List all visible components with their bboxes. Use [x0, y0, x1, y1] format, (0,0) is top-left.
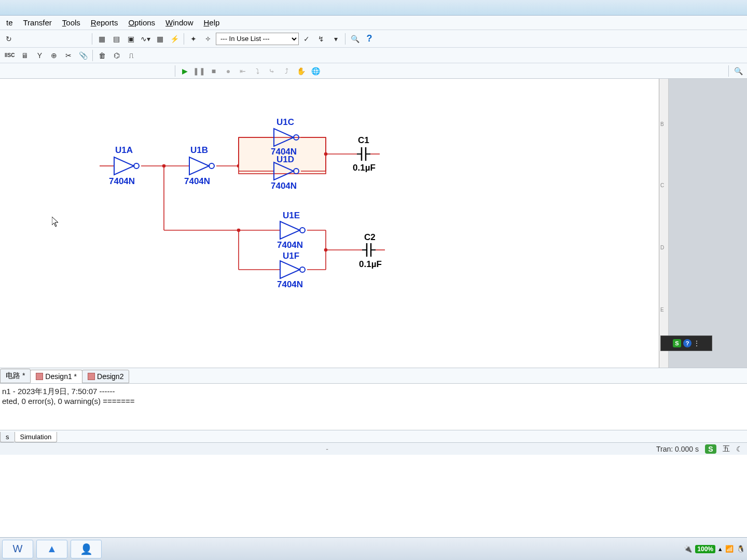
lightning-button[interactable]: ⚡: [168, 32, 181, 46]
capacitor-c1[interactable]: [357, 145, 370, 163]
db-button[interactable]: ▣: [124, 32, 137, 46]
ruler-mark-c: C: [660, 183, 664, 188]
gate-button[interactable]: ⊕: [47, 49, 61, 62]
help-button[interactable]: ?: [363, 32, 376, 46]
svg-marker-37: [280, 261, 300, 278]
ref-u1a[interactable]: U1A: [115, 145, 133, 156]
part-u1b[interactable]: 7404N: [184, 176, 210, 187]
toolbar-separator: [184, 33, 184, 45]
task-chat[interactable]: 👤: [71, 540, 102, 558]
redo-button[interactable]: ↻: [2, 32, 16, 46]
paperclip-button[interactable]: 📎: [76, 49, 90, 62]
zoom-controls: 🔍: [727, 64, 745, 78]
gate-u1b[interactable]: [189, 157, 218, 175]
taskbar: W ▲ 👤 🔌 100% ▴ 📶 🐧: [0, 537, 747, 560]
value-c1[interactable]: 0.1µF: [353, 163, 376, 173]
toolbar-row-3: ▶ ❚❚ ■ ● ⇤ ⤵ ⤷ ⤴ ✋ 🌐 🔍: [0, 63, 747, 79]
part-u1a[interactable]: 7404N: [109, 176, 135, 187]
ref-u1e[interactable]: U1E: [283, 211, 300, 221]
task-word[interactable]: W: [2, 540, 33, 558]
gate-u1d[interactable]: [274, 162, 302, 180]
ime-floating-widget[interactable]: S ? ⋮: [660, 335, 712, 351]
swap-button[interactable]: ↯: [314, 32, 328, 46]
gate-u1c[interactable]: [274, 129, 302, 146]
gate-u1f[interactable]: [280, 261, 309, 278]
ime-moon-icon[interactable]: ☾: [736, 445, 743, 453]
menu-item-window[interactable]: Window: [160, 17, 198, 28]
step-over-button[interactable]: ⤷: [265, 64, 279, 78]
in-use-list-select[interactable]: --- In Use List ---: [216, 33, 299, 45]
status-dash: -: [4, 445, 650, 453]
tray-chevron-icon[interactable]: ▴: [718, 545, 722, 553]
globe-button[interactable]: 🌐: [309, 64, 322, 78]
output-tab-left[interactable]: s: [0, 432, 15, 442]
output-pane[interactable]: n1 - 2023年1月9日, 7:50:07 ------ eted, 0 e…: [0, 383, 747, 430]
ref-u1d[interactable]: U1D: [276, 155, 294, 165]
ref-u1b[interactable]: U1B: [190, 145, 208, 156]
tree-button[interactable]: ⌬: [110, 49, 123, 62]
value-c2[interactable]: 0.1µF: [359, 259, 382, 270]
bolt1-button[interactable]: ✦: [187, 32, 200, 46]
analysis-button[interactable]: ∿▾: [139, 32, 152, 46]
part-u1d[interactable]: 7404N: [271, 181, 297, 191]
zoom-in-button[interactable]: 🔍: [731, 64, 745, 78]
pause-button[interactable]: ❚❚: [192, 64, 206, 78]
step-button[interactable]: ⎍: [125, 49, 138, 62]
drop-button[interactable]: ▾: [329, 32, 342, 46]
tab-design1[interactable]: Design1 *: [30, 370, 82, 383]
misc-button[interactable]: IISC: [2, 49, 17, 62]
find-button[interactable]: 🔍: [348, 32, 362, 46]
ime-wu-label[interactable]: 五: [723, 444, 730, 454]
swap-icon: ↯: [318, 35, 324, 43]
menu-item-reports[interactable]: Reports: [86, 17, 123, 28]
bolt2-icon: ✧: [205, 35, 211, 43]
spreadsheet-button[interactable]: ▤: [109, 32, 123, 46]
gate-u1a[interactable]: [114, 157, 143, 175]
erc-button[interactable]: ✓: [300, 32, 313, 46]
calendar-icon: ▦: [157, 35, 163, 43]
tab-label: Design2: [97, 372, 123, 381]
menu-item-options[interactable]: Options: [123, 17, 160, 28]
bolt2-button[interactable]: ✧: [201, 32, 215, 46]
task-photos[interactable]: ▲: [36, 540, 67, 558]
calendar-button[interactable]: ▦: [153, 32, 167, 46]
tab-circuit[interactable]: 电路 *: [0, 369, 31, 383]
menubar: te Transfer Tools Reports Options Window…: [0, 16, 747, 30]
record-button[interactable]: ●: [222, 64, 235, 78]
battery-badge[interactable]: 100%: [695, 545, 715, 553]
stop-button[interactable]: ■: [207, 64, 220, 78]
play-icon: ▶: [182, 67, 188, 75]
gate-u1e[interactable]: [280, 221, 309, 239]
hand-button[interactable]: ✋: [294, 64, 308, 78]
ime-s-icon[interactable]: S: [705, 444, 716, 454]
trash-button[interactable]: 🗑: [95, 49, 109, 62]
clear-button[interactable]: ✂: [62, 49, 75, 62]
step-out-button[interactable]: ⤴: [280, 64, 293, 78]
probe-button[interactable]: Y: [33, 49, 46, 62]
menu-item-te[interactable]: te: [1, 17, 18, 28]
step-back-button[interactable]: ⇤: [236, 64, 250, 78]
menu-item-tools[interactable]: Tools: [57, 17, 86, 28]
ref-u1c[interactable]: U1C: [276, 117, 294, 128]
monitor-icon: 🖥: [21, 51, 29, 60]
schematic-canvas[interactable]: U1A 7404N U1B 7404N U1C 7404N U1D 7404N …: [0, 79, 659, 368]
menu-item-transfer[interactable]: Transfer: [18, 17, 57, 28]
output-tab-simulation[interactable]: Simulation: [15, 432, 58, 442]
ref-u1f[interactable]: U1F: [283, 251, 299, 261]
power-icon[interactable]: 🔌: [684, 545, 692, 553]
step-into-button[interactable]: ⤵: [251, 64, 264, 78]
capacitor-c2[interactable]: [362, 241, 376, 259]
monitor-button[interactable]: 🖥: [18, 49, 32, 62]
part-u1f[interactable]: 7404N: [277, 279, 303, 290]
qq-icon[interactable]: 🐧: [737, 545, 745, 553]
question-icon: ?: [367, 33, 372, 44]
run-button[interactable]: ▶: [178, 64, 191, 78]
tab-design2[interactable]: Design2: [82, 370, 129, 383]
toggle-grid-button[interactable]: ▦: [95, 32, 108, 46]
ref-c1[interactable]: C1: [358, 135, 369, 146]
ref-c2[interactable]: C2: [364, 232, 376, 243]
part-u1e[interactable]: 7404N: [277, 240, 303, 250]
signal-icon[interactable]: 📶: [725, 545, 734, 553]
menu-item-help[interactable]: Help: [198, 17, 225, 28]
design-file-icon: [36, 373, 43, 380]
